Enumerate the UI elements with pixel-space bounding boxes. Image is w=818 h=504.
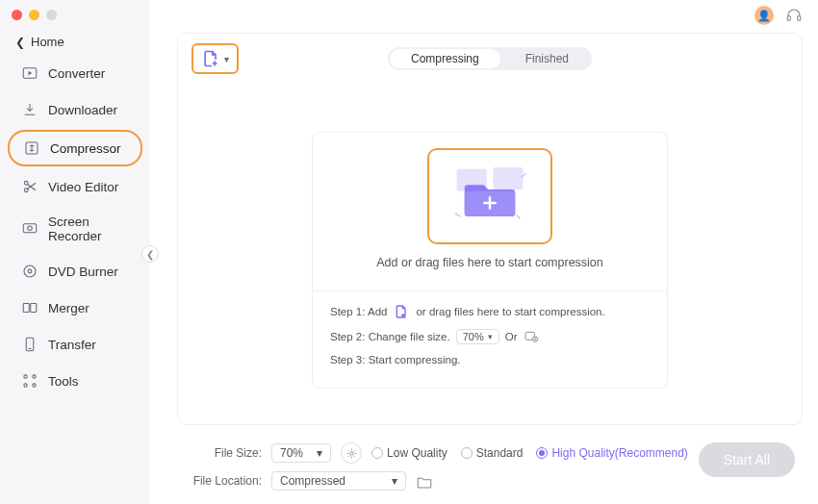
tab-compressing[interactable]: Compressing — [390, 49, 500, 68]
svg-point-7 — [28, 269, 32, 273]
transfer-icon — [21, 336, 38, 353]
step-2-row: Step 2: Change file size. 70% ▾ Or — [313, 324, 667, 349]
svg-point-14 — [33, 384, 36, 387]
file-location-row: File Location: Compressed ▾ — [185, 471, 795, 491]
sidebar-item-merger[interactable]: Merger — [8, 291, 142, 324]
topbar: 👤 — [150, 0, 818, 31]
file-size-label: File Size: — [185, 446, 262, 460]
add-file-button[interactable]: ▾ — [192, 43, 239, 74]
step2-or: Or — [505, 331, 518, 342]
step-3-row: Step 3: Start compressing. — [313, 349, 667, 370]
svg-rect-15 — [787, 16, 790, 21]
home-link[interactable]: ❮ Home — [0, 29, 150, 55]
chevron-down-icon: ▾ — [224, 54, 229, 64]
step2-size-select[interactable]: 70% ▾ — [456, 329, 499, 344]
chevron-down-icon: ▾ — [392, 474, 397, 488]
file-location-label: File Location: — [185, 474, 262, 488]
sidebar-item-label: Video Editor — [48, 180, 118, 194]
status-tabs: Compressing Finished — [388, 47, 592, 70]
add-folder-button[interactable] — [427, 148, 552, 244]
quality-high-radio[interactable]: High Quality(Recommend) — [536, 446, 687, 460]
sidebar-item-screen-recorder[interactable]: Screen Recorder — [8, 207, 142, 251]
svg-rect-16 — [798, 16, 801, 21]
start-all-button[interactable]: Start All — [699, 442, 795, 477]
svg-point-2 — [24, 181, 28, 185]
folder-plus-icon — [450, 160, 529, 229]
svg-point-3 — [24, 189, 28, 192]
svg-point-23 — [349, 451, 352, 454]
file-location-select[interactable]: Compressed ▾ — [271, 471, 406, 491]
gear-icon — [345, 447, 358, 460]
sidebar-item-tools[interactable]: Tools — [8, 365, 142, 397]
quality-low-radio[interactable]: Low Quality — [371, 446, 447, 460]
support-headset-icon[interactable] — [785, 7, 803, 24]
svg-rect-19 — [493, 167, 523, 189]
svg-rect-4 — [23, 224, 37, 233]
svg-point-5 — [28, 226, 33, 231]
file-location-value: Compressed — [280, 474, 345, 488]
sidebar-item-label: Screen Recorder — [48, 214, 129, 243]
drop-instruction-text: Add or drag files here to start compress… — [376, 256, 603, 269]
sidebar-item-dvd-burner[interactable]: DVD Burner — [8, 255, 142, 288]
sidebar-item-label: Merger — [48, 301, 89, 315]
sidebar-item-label: Compressor — [50, 141, 121, 156]
svg-rect-9 — [31, 304, 37, 313]
step2-prefix: Step 2: Change file size. — [330, 331, 450, 342]
svg-rect-8 — [23, 304, 29, 313]
svg-point-11 — [24, 375, 27, 378]
svg-point-6 — [24, 265, 36, 277]
file-add-icon — [201, 49, 220, 68]
user-avatar-icon[interactable]: 👤 — [754, 6, 774, 25]
chevron-down-icon: ▾ — [488, 332, 493, 341]
settings-icon[interactable] — [523, 329, 540, 344]
tools-icon — [21, 372, 38, 390]
window-traffic-lights[interactable] — [12, 10, 57, 20]
open-folder-button[interactable] — [416, 473, 433, 489]
sidebar-item-label: Transfer — [48, 338, 96, 352]
chevron-left-icon: ❮ — [15, 36, 25, 49]
merge-icon — [21, 299, 38, 316]
sidebar-item-transfer[interactable]: Transfer — [8, 328, 142, 361]
step1-prefix: Step 1: Add — [330, 306, 387, 317]
sidebar-item-converter[interactable]: Converter — [8, 57, 142, 89]
sidebar-item-label: Converter — [48, 66, 105, 81]
compressor-icon — [23, 139, 40, 157]
step1-suffix: or drag files here to start compression. — [416, 306, 604, 317]
svg-point-12 — [33, 375, 36, 378]
file-size-select[interactable]: 70% ▾ — [271, 443, 331, 463]
scissors-icon — [21, 178, 38, 195]
content-card: ▾ Compressing Finished — [177, 33, 803, 425]
svg-point-13 — [24, 384, 27, 387]
quality-radio-group: Low Quality Standard High Quality(Recomm… — [371, 446, 688, 460]
step-1-row: Step 1: Add or drag files here to start … — [313, 299, 667, 324]
home-label: Home — [31, 35, 64, 49]
sidebar-item-compressor[interactable]: Compressor — [8, 130, 142, 166]
tab-finished[interactable]: Finished — [502, 47, 592, 70]
step2-size-value: 70% — [463, 331, 484, 342]
maximize-window-icon[interactable] — [46, 10, 57, 20]
sidebar-item-video-editor[interactable]: Video Editor — [8, 170, 142, 203]
step3-text: Step 3: Start compressing. — [330, 354, 461, 365]
download-icon — [21, 101, 38, 118]
main-area: 👤 ▾ Compressing Finished — [150, 0, 818, 504]
quality-standard-radio[interactable]: Standard — [461, 446, 524, 460]
close-window-icon[interactable] — [12, 10, 22, 20]
sidebar: ❮ Home Converter Downloader Compressor V… — [0, 0, 150, 504]
sidebar-item-downloader[interactable]: Downloader — [8, 93, 142, 126]
recorder-icon — [21, 220, 38, 238]
sidebar-item-label: DVD Burner — [48, 265, 118, 279]
card-header: ▾ Compressing Finished — [178, 34, 802, 84]
drop-area[interactable]: Add or drag files here to start compress… — [312, 132, 668, 389]
sidebar-item-label: Tools — [48, 374, 79, 389]
file-size-value: 70% — [280, 446, 303, 460]
file-add-icon[interactable] — [393, 304, 410, 319]
sidebar-item-label: Downloader — [48, 103, 117, 117]
minimize-window-icon[interactable] — [29, 10, 39, 20]
converter-icon — [21, 64, 38, 82]
divider — [313, 290, 667, 291]
disc-icon — [21, 263, 38, 280]
chevron-down-icon: ▾ — [317, 446, 322, 460]
file-size-settings-button[interactable] — [341, 442, 362, 464]
